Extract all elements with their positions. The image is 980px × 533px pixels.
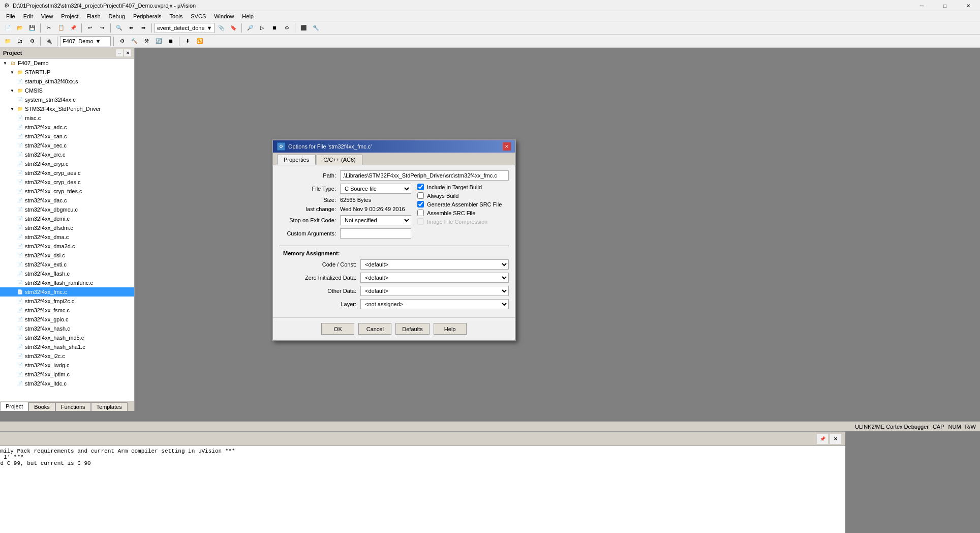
build-button[interactable]: ⚒ [141,36,152,46]
target-dropdown[interactable]: F407_Demo▼ [60,36,111,46]
expand-icon-root[interactable]: ▼ [2,60,8,66]
tree-item-dma[interactable]: 📄stm32f4xx_dma.c [0,232,134,242]
cut-button[interactable]: ✂ [43,23,54,33]
code-const-select[interactable]: <default> [360,259,509,270]
project-close-button[interactable]: ✕ [124,49,131,56]
project-collapse-button[interactable]: ─ [116,49,123,56]
download-button[interactable]: ⬇ [182,36,193,46]
rebuild-button[interactable]: 🔄 [153,36,164,46]
menu-item-debug[interactable]: Debug [105,12,129,20]
other-data-select[interactable]: <default> [360,286,509,296]
project-tab-books[interactable]: Books [28,402,55,411]
generate-asm-checkbox[interactable] [417,201,424,208]
tb-btn-11[interactable]: 🔧 [310,23,321,33]
menu-item-help[interactable]: Help [238,12,258,20]
tree-item-cec[interactable]: 📄stm32f4xx_cec.c [0,141,134,150]
tree-item-can[interactable]: 📄stm32f4xx_can.c [0,132,134,141]
tree-item-hash[interactable]: 📄stm32f4xx_hash.c [0,324,134,333]
tree-item-cmsis[interactable]: ▼📁CMSIS [0,86,134,95]
tb-btn-10[interactable]: ⬛ [298,23,309,33]
minimize-button[interactable]: ─ [910,0,933,11]
tree-item-gpio[interactable]: 📄stm32f4xx_gpio.c [0,315,134,324]
copy-button[interactable]: 📋 [55,23,67,33]
tree-item-cryp_aes[interactable]: 📄stm32f4xx_cryp_aes.c [0,168,134,177]
menu-item-project[interactable]: Project [57,12,82,20]
event-dropdown[interactable]: event_detect_done▼ [155,23,215,33]
tb-btn-7[interactable]: ▷ [257,23,268,33]
tb-btn-1[interactable]: 🔍 [113,23,125,33]
build-output-close-button[interactable]: ✕ [830,434,841,444]
expand-icon-cmsis[interactable]: ▼ [9,87,15,94]
expand-icon-startup[interactable]: ▼ [9,69,15,75]
tree-item-fsmc[interactable]: 📄stm32f4xx_fsmc.c [0,306,134,315]
tree-item-hash_md5[interactable]: 📄stm32f4xx_hash_md5.c [0,333,134,342]
tree-item-dsi[interactable]: 📄stm32f4xx_dsi.c [0,251,134,260]
tb2-btn-3[interactable]: ⚙ [26,36,38,46]
project-tab-templates[interactable]: Templates [91,402,128,411]
tree-item-root[interactable]: ▼🗂F407_Demo [0,58,134,68]
tree-item-iwdg[interactable]: 📄stm32f4xx_iwdg.c [0,361,134,370]
paste-button[interactable]: 📌 [68,23,79,33]
dialog-close-button[interactable]: ✕ [503,142,511,151]
maximize-button[interactable]: □ [933,0,957,11]
expand-icon-stdperiph[interactable]: ▼ [9,106,15,112]
zero-init-select[interactable]: <default> [360,273,509,283]
defaults-button[interactable]: Defaults [395,323,429,335]
tree-item-dac[interactable]: 📄stm32f4xx_dac.c [0,196,134,205]
open-button[interactable]: 📂 [14,23,25,33]
tree-item-crc[interactable]: 📄stm32f4xx_crc.c [0,150,134,159]
tree-item-dfsdm[interactable]: 📄stm32f4xx_dfsdm.c [0,223,134,232]
tree-item-cryp_des[interactable]: 📄stm32f4xx_cryp_des.c [0,177,134,187]
tree-item-flash[interactable]: 📄stm32f4xx_flash.c [0,269,134,278]
include-in-build-checkbox[interactable] [417,184,424,190]
project-tab-project[interactable]: Project [0,402,28,411]
always-build-checkbox[interactable] [417,192,424,199]
tb-btn-3[interactable]: ➡ [138,23,149,33]
tb2-btn-4[interactable]: 🔌 [43,36,54,46]
close-button[interactable]: ✕ [957,0,980,11]
tb-btn-5[interactable]: 🔖 [228,23,239,33]
menu-item-edit[interactable]: Edit [19,12,37,20]
tb-btn-4[interactable]: 📎 [216,23,227,33]
menu-item-svcs[interactable]: SVCS [187,12,210,20]
stop-build-button[interactable]: ⏹ [165,36,176,46]
tb2-btn-1[interactable]: 📁 [2,36,13,46]
assemble-src-checkbox[interactable] [417,210,424,216]
tree-item-ltdc[interactable]: 📄stm32f4xx_ltdc.c [0,379,134,388]
layer-select[interactable]: <not assigned> [360,299,509,309]
menu-item-flash[interactable]: Flash [83,12,105,20]
menu-item-file[interactable]: File [2,12,19,20]
cancel-button[interactable]: Cancel [358,323,391,335]
tb-btn-9[interactable]: ⚙ [281,23,292,33]
tree-item-lptim[interactable]: 📄stm32f4xx_lptim.c [0,370,134,379]
redo-button[interactable]: ↪ [97,23,108,33]
build-output-pin-button[interactable]: 📌 [817,434,828,444]
tree-item-i2c[interactable]: 📄stm32f4xx_i2c.c [0,351,134,361]
tb-btn-2[interactable]: ⬅ [126,23,137,33]
tree-item-dcmi[interactable]: 📄stm32f4xx_dcmi.c [0,214,134,223]
path-input[interactable] [340,170,509,181]
tree-item-startup_file[interactable]: 📄startup_stm32f40xx.s [0,77,134,86]
tab-properties[interactable]: Properties [277,155,316,165]
tree-item-misc[interactable]: 📄misc.c [0,113,134,123]
tb-btn-8[interactable]: ⏹ [269,23,280,33]
tree-item-adc[interactable]: 📄stm32f4xx_adc.c [0,123,134,132]
tree-item-dma2d[interactable]: 📄stm32f4xx_dma2d.c [0,242,134,251]
menu-item-window[interactable]: Window [210,12,238,20]
tree-item-stdperiph[interactable]: ▼📁STM32F4xx_StdPeriph_Driver [0,104,134,113]
tree-item-hash_sha1[interactable]: 📄stm32f4xx_hash_sha1.c [0,342,134,351]
tree-item-flash_ramfunc[interactable]: 📄stm32f4xx_flash_ramfunc.c [0,278,134,287]
new-file-button[interactable]: 📄 [2,23,13,33]
menu-item-peripherals[interactable]: Peripherals [129,12,166,20]
tree-item-cryp[interactable]: 📄stm32f4xx_cryp.c [0,159,134,168]
tree-item-startup[interactable]: ▼📁STARTUP [0,68,134,77]
tb2-btn-5[interactable]: ⚙ [116,36,128,46]
ok-button[interactable]: OK [321,323,354,335]
tb2-btn-2[interactable]: 🗂 [14,36,25,46]
save-button[interactable]: 💾 [26,23,38,33]
help-button[interactable]: Help [434,323,467,335]
stop-on-exit-select[interactable]: Not specified 0 1 2 [340,215,411,225]
tree-item-cryp_tdes[interactable]: 📄stm32f4xx_cryp_tdes.c [0,187,134,196]
tb2-btn-6[interactable]: 🔁 [194,36,205,46]
tree-item-dbgmcu[interactable]: 📄stm32f4xx_dbgmcu.c [0,205,134,214]
